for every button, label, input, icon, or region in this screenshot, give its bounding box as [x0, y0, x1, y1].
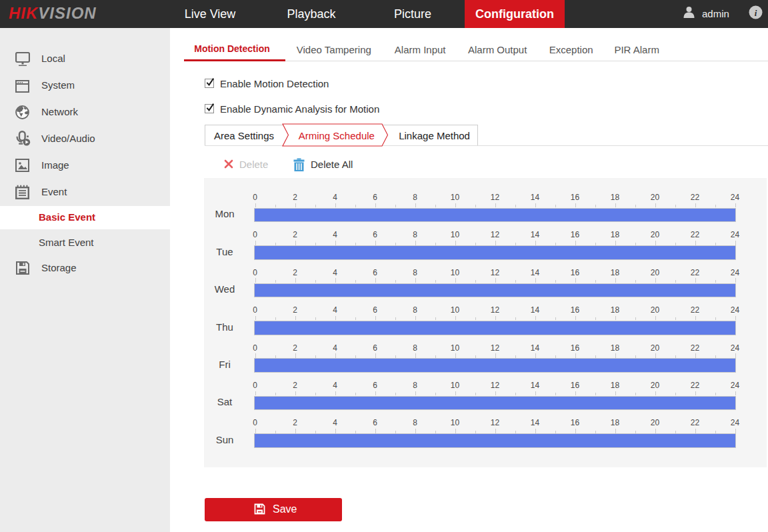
svg-text:i: i — [755, 8, 757, 18]
